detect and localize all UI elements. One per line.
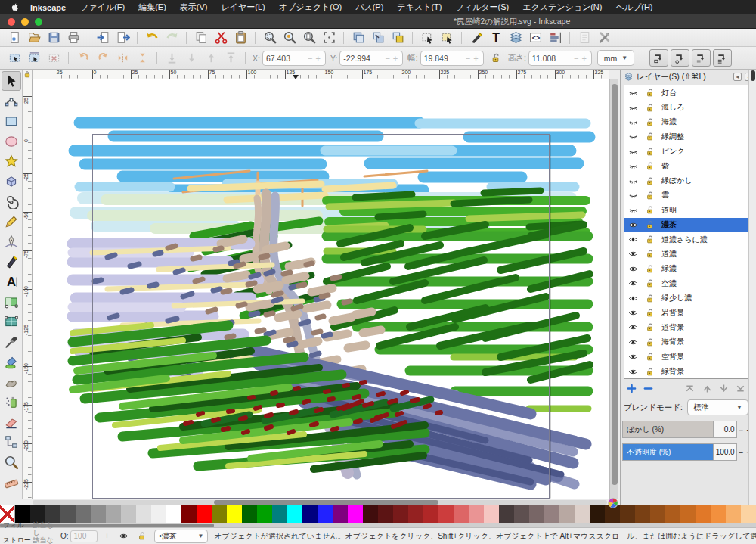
blur-slider[interactable]: ぼかし (%) xyxy=(622,421,713,438)
gradient-tool[interactable] xyxy=(2,292,21,312)
layer-visible-icon[interactable] xyxy=(628,322,638,332)
edit-select-icon[interactable] xyxy=(418,30,436,45)
palette-swatch[interactable] xyxy=(529,505,544,523)
remove-layer-button[interactable] xyxy=(640,383,655,394)
layer-visible-icon[interactable] xyxy=(628,367,638,377)
width-input[interactable]: 19.849−+ xyxy=(420,51,484,66)
layer-visible-icon[interactable] xyxy=(628,249,638,259)
document-save-icon[interactable] xyxy=(45,30,63,45)
layer-hidden-icon[interactable] xyxy=(628,191,638,201)
node-editor-tool[interactable] xyxy=(2,92,21,111)
canvas[interactable] xyxy=(33,79,609,499)
clone-icon[interactable] xyxy=(369,30,387,45)
y-input[interactable]: -22.994−+ xyxy=(339,51,403,66)
layer-row-道濃[interactable]: 道濃 xyxy=(624,247,748,261)
star-tool[interactable] xyxy=(2,151,21,171)
ruler-corner-lock-icon[interactable] xyxy=(23,70,33,79)
layer-unlocked-icon[interactable] xyxy=(645,161,655,171)
layer-row-緑調整[interactable]: 緑調整 xyxy=(624,129,748,144)
layer-row-緑少し濃[interactable]: 緑少し濃 xyxy=(624,291,748,305)
palette-swatch[interactable] xyxy=(181,505,197,523)
layer-hidden-icon[interactable] xyxy=(628,132,638,141)
palette-swatch[interactable] xyxy=(590,505,605,523)
measure-tool[interactable] xyxy=(2,472,21,492)
palette-swatch[interactable] xyxy=(106,505,121,523)
palette-swatch[interactable] xyxy=(197,505,212,523)
zoom-selection-icon[interactable] xyxy=(261,30,279,45)
palette-swatch[interactable] xyxy=(650,505,665,523)
layer-unlocked-icon[interactable] xyxy=(645,147,655,157)
maximize-window-button[interactable] xyxy=(35,18,42,26)
layer-row-海濃[interactable]: 海濃 xyxy=(624,115,748,129)
panel-collapse-button[interactable]: ◂ xyxy=(733,73,742,81)
layer-row-ピンク[interactable]: ピンク xyxy=(624,145,748,159)
layer-visible-icon[interactable] xyxy=(628,220,638,230)
select-all-layers-icon[interactable] xyxy=(25,50,43,66)
affect-move-icon[interactable] xyxy=(649,49,668,67)
layer-row-道背景[interactable]: 道背景 xyxy=(624,320,748,334)
layer-row-岩背景[interactable]: 岩背景 xyxy=(624,306,748,320)
export-icon[interactable] xyxy=(113,30,132,45)
layer-hidden-icon[interactable] xyxy=(628,176,638,186)
layer-visible-icon[interactable] xyxy=(628,235,638,244)
layer-hidden-icon[interactable] xyxy=(628,147,638,157)
palette-swatch[interactable] xyxy=(680,505,696,523)
palette-swatch[interactable] xyxy=(665,505,680,523)
layer-visibility-icon[interactable] xyxy=(118,531,129,541)
layer-row-濃茶[interactable]: 濃茶 xyxy=(624,218,748,232)
layer-unlocked-icon[interactable] xyxy=(645,103,655,113)
layer-unlocked-icon[interactable] xyxy=(645,132,655,141)
layer-visible-icon[interactable] xyxy=(628,352,638,362)
palette-swatch[interactable] xyxy=(166,505,181,523)
palette-swatch[interactable] xyxy=(559,505,575,523)
palette-swatch[interactable] xyxy=(76,505,91,523)
layer-unlocked-icon[interactable] xyxy=(645,249,655,259)
raise-icon[interactable] xyxy=(202,50,220,66)
layer-row-空濃[interactable]: 空濃 xyxy=(624,276,748,291)
palette-swatch[interactable] xyxy=(60,505,76,523)
menu-item-6[interactable]: テキスト(T) xyxy=(390,2,448,13)
zoom-tool[interactable] xyxy=(2,452,21,472)
menu-item-5[interactable]: パス(P) xyxy=(349,2,390,13)
palette-swatch[interactable] xyxy=(544,505,559,523)
fill-stroke-indicator[interactable]: フィル:該当なし ストローク:該当なし xyxy=(0,521,57,544)
palette-swatch[interactable] xyxy=(151,505,166,523)
layer-row-空背景[interactable]: 空背景 xyxy=(624,350,748,364)
layer-visible-icon[interactable] xyxy=(628,264,638,274)
fill-stroke-icon[interactable] xyxy=(467,30,485,45)
palette-swatch[interactable] xyxy=(575,505,590,523)
layer-row-雲[interactable]: 雲 xyxy=(624,188,748,203)
paste-icon[interactable] xyxy=(231,30,249,45)
blur-value[interactable]: 0.0 xyxy=(713,421,736,438)
dropper-tool[interactable] xyxy=(2,332,21,352)
xml-editor-icon[interactable]: <> xyxy=(526,30,544,45)
color-managed-display-icon[interactable] xyxy=(607,497,619,509)
menu-app-name[interactable]: Inkscape xyxy=(23,3,73,12)
affect-pattern-icon[interactable] xyxy=(713,49,732,67)
lower-icon[interactable] xyxy=(182,50,200,66)
palette-swatch[interactable] xyxy=(423,505,438,523)
layer-unlocked-icon[interactable] xyxy=(645,308,655,318)
horizontal-ruler[interactable]: -250255075100125150175200225250275300325 xyxy=(33,70,609,79)
deselect-icon[interactable] xyxy=(45,50,63,66)
palette-swatch[interactable] xyxy=(287,505,302,523)
palette-swatch[interactable] xyxy=(438,505,454,523)
layer-hidden-icon[interactable] xyxy=(628,161,638,171)
blur-decrease-button[interactable]: − xyxy=(737,425,745,434)
palette-swatch[interactable] xyxy=(363,505,378,523)
palette-swatch[interactable] xyxy=(272,505,287,523)
menu-item-4[interactable]: オブジェクト(O) xyxy=(272,2,349,13)
edit-select-all-icon[interactable] xyxy=(438,30,456,45)
apple-icon[interactable] xyxy=(6,2,23,13)
layer-row-緑背景[interactable]: 緑背景 xyxy=(624,364,748,378)
document-new-icon[interactable] xyxy=(5,30,23,45)
palette-swatch[interactable] xyxy=(318,505,333,523)
ellipse-tool[interactable] xyxy=(2,132,21,151)
spiral-tool[interactable] xyxy=(2,191,21,211)
layer-row-道濃さらに濃[interactable]: 道濃さらに濃 xyxy=(624,232,748,247)
pen-tool[interactable] xyxy=(2,232,21,251)
tweak-tool[interactable] xyxy=(2,372,21,392)
selection-frame-icon[interactable] xyxy=(320,30,338,45)
layer-hidden-icon[interactable] xyxy=(628,88,638,98)
palette-swatch[interactable] xyxy=(499,505,514,523)
